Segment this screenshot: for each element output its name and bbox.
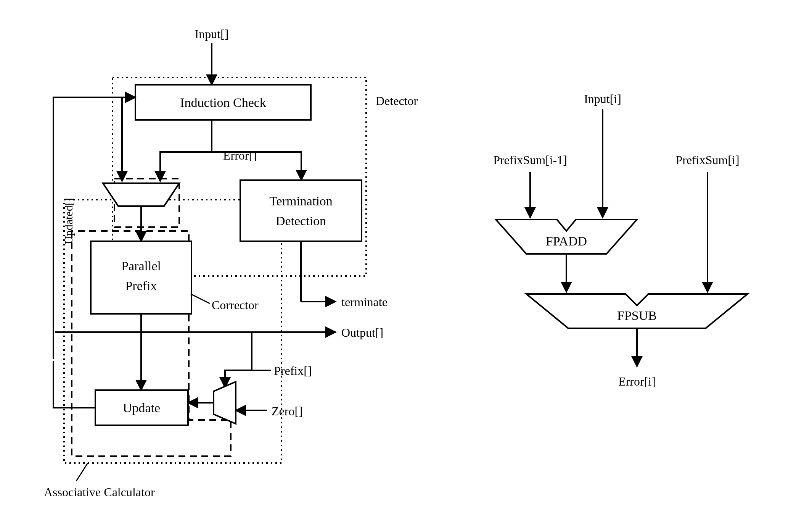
detector-label: Detector bbox=[376, 94, 418, 108]
parallel-prefix-box bbox=[91, 241, 191, 314]
prefix-im1-label: PrefixSum[i-1] bbox=[493, 153, 567, 167]
corrector-label: Corrector bbox=[212, 298, 259, 312]
update-out bbox=[53, 361, 95, 408]
assoc-leader bbox=[76, 463, 88, 481]
top-mux bbox=[103, 183, 179, 206]
induction-check-text: Induction Check bbox=[180, 95, 266, 110]
zero-label: Zero[] bbox=[272, 404, 303, 418]
output-label: Output[] bbox=[341, 326, 383, 339]
input-label: Input[] bbox=[195, 27, 229, 41]
error-label: Error[] bbox=[223, 149, 257, 162]
update-text: Update bbox=[123, 401, 160, 415]
termination-detection-l2: Detection bbox=[276, 214, 326, 228]
prefix-label: Prefix[] bbox=[274, 364, 312, 378]
terminate-label: terminate bbox=[341, 295, 388, 309]
fpsub-text: FPSUB bbox=[617, 308, 657, 323]
updated-label: Updated[] bbox=[62, 198, 75, 244]
parallel-prefix-l1: Parallel bbox=[121, 259, 161, 273]
termination-detection-l1: Termination bbox=[269, 194, 333, 208]
corrector-leader bbox=[191, 294, 210, 303]
termination-detection-box bbox=[240, 180, 362, 241]
input-i-label: Input[i] bbox=[584, 92, 621, 106]
error-i-label: Error[i] bbox=[618, 374, 656, 388]
assoc-calc-label: Associative Calculator bbox=[44, 485, 155, 499]
prefix-i-label: PrefixSum[i] bbox=[675, 153, 739, 167]
parallel-prefix-l2: Prefix bbox=[125, 279, 157, 293]
fpadd-text: FPADD bbox=[546, 234, 587, 248]
bottom-mux bbox=[214, 382, 236, 424]
ic-to-mux-right bbox=[160, 152, 212, 181]
